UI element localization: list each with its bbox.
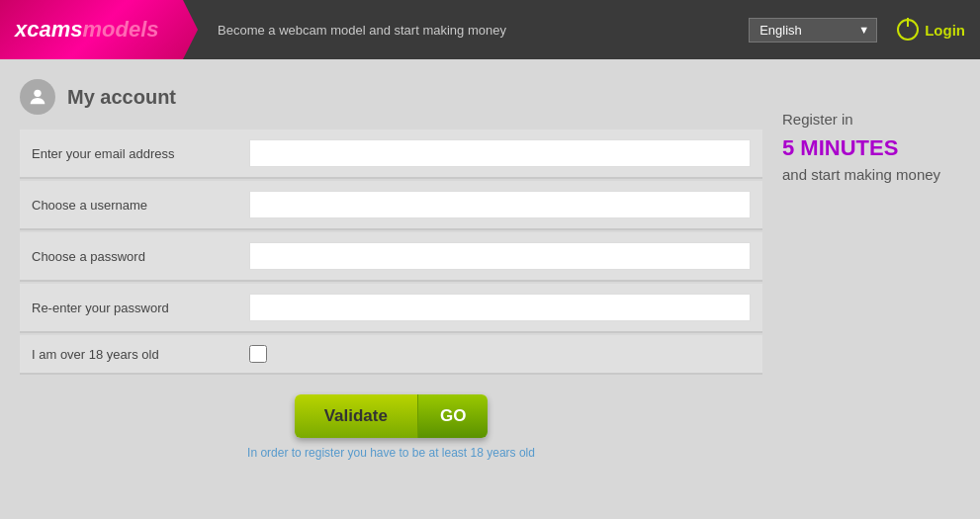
language-select[interactable]: English French German Spanish Italian <box>749 18 877 43</box>
password-input[interactable] <box>249 242 751 270</box>
email-row: Enter your email address <box>20 130 762 179</box>
main-content: My account Enter your email address Choo… <box>0 59 980 460</box>
svg-point-0 <box>34 90 41 97</box>
promo-line1: Register in <box>782 111 853 128</box>
logo-xcams: xcams <box>15 17 83 42</box>
account-header: My account <box>20 79 762 115</box>
login-button[interactable]: Login <box>897 19 965 41</box>
go-label: GO <box>418 394 488 438</box>
email-label: Enter your email address <box>32 146 249 161</box>
header: xcamsmodels Become a webcam model and st… <box>0 0 980 59</box>
age-requirement-note: In order to register you have to be at l… <box>20 446 762 460</box>
username-row: Choose a username <box>20 181 762 230</box>
logo-models: models <box>83 17 159 42</box>
age-checkbox[interactable] <box>249 345 267 363</box>
account-title: My account <box>67 86 176 109</box>
email-input[interactable] <box>249 139 751 167</box>
promo-line3: and start making money <box>782 166 940 183</box>
language-selector-wrapper[interactable]: English French German Spanish Italian ▼ <box>749 18 877 43</box>
validate-area: Validate GO In order to register you hav… <box>20 394 762 460</box>
username-input[interactable] <box>249 191 751 218</box>
age-row: I am over 18 years old <box>20 335 762 375</box>
header-tagline: Become a webcam model and start making m… <box>198 23 749 38</box>
registration-form: Enter your email address Choose a userna… <box>20 130 762 375</box>
left-panel: My account Enter your email address Choo… <box>20 79 762 460</box>
repassword-row: Re-enter your password <box>20 284 762 333</box>
promo-text: Register in 5 MINUTES and start making m… <box>782 109 960 186</box>
logo-text: xcamsmodels <box>15 17 159 43</box>
validate-label: Validate <box>295 394 418 438</box>
age-label: I am over 18 years old <box>32 347 249 362</box>
password-row: Choose a password <box>20 232 762 282</box>
login-label: Login <box>925 22 965 39</box>
username-label: Choose a username <box>32 198 249 213</box>
account-icon <box>20 79 55 115</box>
power-icon <box>897 19 919 41</box>
right-panel: Register in 5 MINUTES and start making m… <box>782 79 960 460</box>
promo-line2: 5 MINUTES <box>782 135 898 160</box>
logo: xcamsmodels <box>0 0 198 59</box>
repassword-label: Re-enter your password <box>32 301 249 315</box>
repassword-input[interactable] <box>249 294 751 321</box>
password-label: Choose a password <box>32 249 249 264</box>
validate-button[interactable]: Validate GO <box>295 394 489 438</box>
